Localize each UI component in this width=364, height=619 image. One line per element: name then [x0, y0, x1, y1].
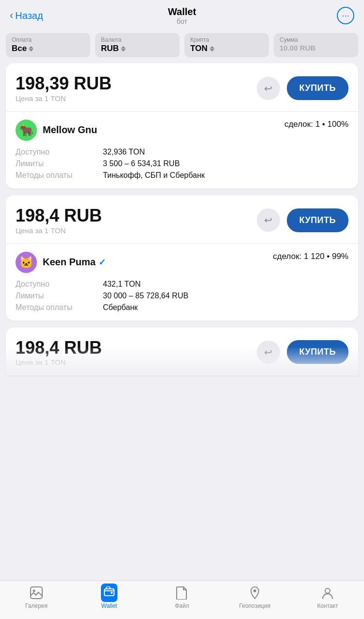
- seller-row-2: 🐱 Keen Puma ✓ сделок: 1 120 • 99% Доступ…: [6, 244, 358, 321]
- share-icon-1: ↪: [264, 83, 272, 94]
- filter-amount[interactable]: Сумма 10.00 RUB: [274, 33, 358, 57]
- seller-details-2: Доступно 432,1 TON Лимиты 30 000 – 85 72…: [16, 280, 348, 312]
- methods-value-1: Тинькофф, СБП и Сбербанк: [103, 171, 205, 180]
- filter-payment[interactable]: Оплата Все: [6, 33, 90, 57]
- available-row-2: Доступно 432,1 TON: [16, 280, 348, 289]
- listing-card-3-partial: 198,4 RUB Цена за 1 TON ↪ КУПИТЬ: [6, 327, 358, 376]
- seller-stats-1: сделок: 1 • 100%: [284, 120, 348, 129]
- ellipsis-icon: ···: [342, 11, 349, 21]
- listing-card-1: 198,39 RUB Цена за 1 TON ↪ КУПИТЬ 🐂 Mell…: [6, 63, 358, 189]
- filter-payment-value: Все: [12, 44, 27, 53]
- svg-rect-3: [111, 592, 113, 594]
- filter-crypto-chevron: [210, 46, 215, 52]
- seller-name-1: Mellow Gnu: [43, 124, 97, 136]
- nav-file-label: Файл: [175, 602, 189, 609]
- svg-point-5: [325, 588, 330, 593]
- filter-crypto-value: TON: [190, 44, 208, 53]
- scroll-area: 198,39 RUB Цена за 1 TON ↪ КУПИТЬ 🐂 Mell…: [0, 63, 364, 439]
- buy-button-2[interactable]: КУПИТЬ: [287, 208, 348, 232]
- price-actions-1: ↪ КУПИТЬ: [257, 76, 348, 100]
- available-value-2: 432,1 TON: [103, 280, 141, 289]
- filter-currency-label: Валюта: [101, 37, 121, 43]
- price-row-2: 198,4 RUB Цена за 1 TON ↪ КУПИТЬ: [6, 195, 358, 244]
- methods-label-1: Методы оплаты: [16, 171, 103, 180]
- header: ‹ Назад Wallet бот ···: [0, 0, 364, 29]
- seller-name-2: Keen Puma ✓: [43, 257, 106, 268]
- price-info-1: 198,39 RUB Цена за 1 TON: [16, 74, 112, 103]
- filter-currency-chevron: [121, 46, 126, 52]
- listing-card-2: 198,4 RUB Цена за 1 TON ↪ КУПИТЬ 🐱 Keen …: [6, 195, 358, 321]
- price-main-2: 198,4 RUB: [16, 206, 102, 225]
- svg-point-1: [33, 590, 35, 592]
- back-button[interactable]: ‹ Назад: [10, 10, 43, 21]
- page-title: Wallet: [168, 6, 196, 17]
- share-icon-3: ↪: [264, 346, 272, 358]
- location-icon: [247, 585, 263, 601]
- nav-gallery[interactable]: Галерея: [0, 585, 73, 609]
- methods-row-2: Методы оплаты Сбербанк: [16, 303, 348, 312]
- nav-wallet[interactable]: Wallet: [73, 585, 146, 609]
- svg-rect-0: [31, 587, 42, 599]
- bottom-nav: Галерея Wallet Файл: [0, 581, 364, 619]
- share-button-1[interactable]: ↪: [257, 77, 280, 100]
- nav-contact[interactable]: Контакт: [291, 585, 364, 609]
- verified-icon-2: ✓: [99, 257, 106, 268]
- price-actions-2: ↪ КУПИТЬ: [257, 208, 348, 232]
- file-icon: [174, 585, 190, 601]
- seller-stats-2: сделок: 1 120 • 99%: [273, 252, 348, 261]
- limits-label-1: Лимиты: [16, 159, 103, 168]
- nav-gallery-label: Галерея: [25, 602, 48, 609]
- seller-avatar-2: 🐱: [16, 252, 37, 273]
- limits-label-2: Лимиты: [16, 292, 103, 300]
- seller-left-2: 🐱 Keen Puma ✓: [16, 252, 106, 273]
- filter-amount-label: Сумма: [280, 37, 298, 43]
- gallery-icon: [29, 585, 44, 601]
- limits-row-1: Лимиты 3 500 – 6 534,31 RUB: [16, 159, 348, 168]
- filter-crypto[interactable]: Крипта TON: [184, 33, 269, 57]
- limits-value-2: 30 000 – 85 728,64 RUB: [103, 292, 188, 300]
- buy-button-3[interactable]: КУПИТЬ: [287, 340, 348, 364]
- filter-currency-value: RUB: [101, 44, 119, 53]
- available-label-1: Доступно: [16, 148, 103, 156]
- price-row-1: 198,39 RUB Цена за 1 TON ↪ КУПИТЬ: [6, 63, 358, 112]
- price-row-3-partial: 198,4 RUB Цена за 1 TON ↪ КУПИТЬ: [16, 338, 348, 376]
- price-main-3: 198,4 RUB: [16, 338, 102, 358]
- available-value-1: 32,936 TON: [103, 148, 145, 156]
- methods-row-1: Методы оплаты Тинькофф, СБП и Сбербанк: [16, 171, 348, 180]
- share-button-3[interactable]: ↪: [257, 341, 280, 364]
- nav-location[interactable]: Геопозиция: [218, 585, 291, 609]
- back-chevron-icon: ‹: [10, 10, 13, 21]
- methods-label-2: Методы оплаты: [16, 303, 103, 312]
- share-button-2[interactable]: ↪: [257, 208, 280, 232]
- menu-button[interactable]: ···: [337, 7, 354, 24]
- available-row-1: Доступно 32,936 TON: [16, 148, 348, 156]
- price-sub-2: Цена за 1 TON: [16, 226, 102, 235]
- nav-wallet-label: Wallet: [101, 602, 117, 609]
- filter-currency[interactable]: Валюта RUB: [95, 33, 180, 57]
- seller-header-2: 🐱 Keen Puma ✓ сделок: 1 120 • 99%: [16, 252, 348, 273]
- filter-payment-chevron: [29, 46, 33, 52]
- price-actions-3: ↪ КУПИТЬ: [257, 340, 348, 364]
- seller-avatar-1: 🐂: [16, 120, 37, 141]
- limits-value-1: 3 500 – 6 534,31 RUB: [103, 159, 180, 168]
- price-info-3: 198,4 RUB Цена за 1 TON: [16, 338, 102, 367]
- seller-row-1: 🐂 Mellow Gnu сделок: 1 • 100% Доступно 3…: [6, 112, 358, 189]
- svg-point-4: [253, 589, 256, 592]
- buy-button-1[interactable]: КУПИТЬ: [287, 76, 348, 100]
- share-icon-2: ↪: [264, 214, 272, 226]
- seller-details-1: Доступно 32,936 TON Лимиты 3 500 – 6 534…: [16, 148, 348, 180]
- back-label: Назад: [15, 10, 43, 21]
- header-center: Wallet бот: [168, 6, 196, 25]
- available-label-2: Доступно: [16, 280, 103, 289]
- seller-header-1: 🐂 Mellow Gnu сделок: 1 • 100%: [16, 120, 348, 141]
- page-subtitle: бот: [168, 17, 196, 25]
- contact-icon: [320, 585, 335, 601]
- price-main-1: 198,39 RUB: [16, 74, 112, 93]
- filter-crypto-label: Крипта: [190, 37, 209, 43]
- methods-value-2: Сбербанк: [103, 303, 138, 312]
- filter-row: Оплата Все Валюта RUB Крипта TON: [0, 29, 364, 63]
- seller-left-1: 🐂 Mellow Gnu: [16, 120, 97, 141]
- nav-location-label: Геопозиция: [239, 602, 270, 609]
- nav-file[interactable]: Файл: [146, 585, 218, 609]
- nav-contact-label: Контакт: [317, 602, 338, 609]
